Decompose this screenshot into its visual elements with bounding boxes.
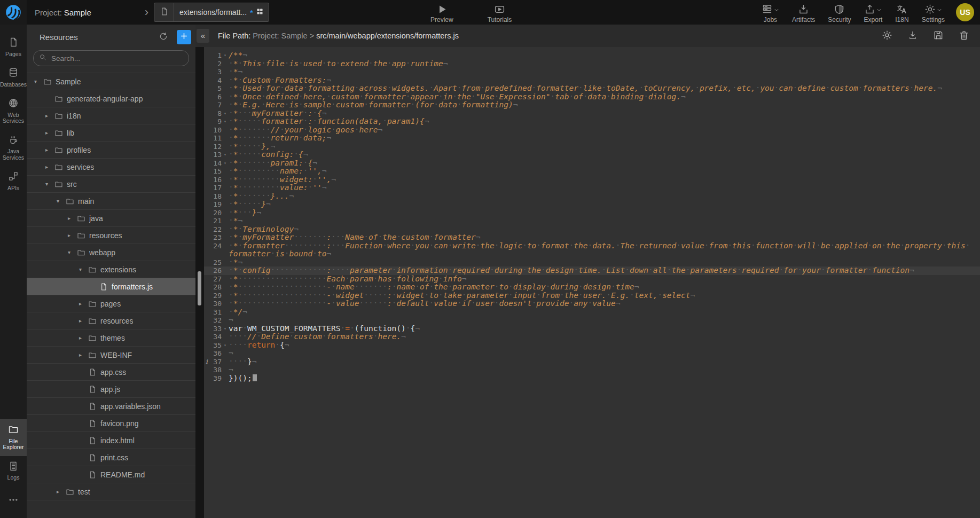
tree-expand-arrow-icon[interactable]: ▸ <box>45 113 54 119</box>
search-input[interactable] <box>50 54 183 63</box>
tree-item-extensions[interactable]: ▾extensions <box>27 261 195 278</box>
code-editor[interactable]: 1▾/**¬2 * This file is used to extend th… <box>204 47 980 518</box>
file-download-button[interactable] <box>906 29 919 43</box>
folder-icon <box>54 146 67 154</box>
topbar-action-tutorials[interactable]: Tutorials <box>488 2 512 23</box>
tree-expand-arrow-icon[interactable]: ▸ <box>79 318 88 324</box>
topbar-action-preview[interactable]: Preview <box>430 2 453 23</box>
tree-item-label: app.css <box>100 368 126 376</box>
fold-arrow-icon[interactable]: ▾ <box>222 117 229 126</box>
tree-item-index-html[interactable]: index.html <box>27 432 195 449</box>
topbar-action-settings[interactable]: Settings <box>922 2 945 23</box>
sidebar-item-logs[interactable]: Logs <box>0 456 27 486</box>
tree-item-pages[interactable]: ▸pages <box>27 295 195 312</box>
app-logo[interactable] <box>0 0 27 25</box>
refresh-button[interactable] <box>158 30 169 44</box>
sidebar-item-apis[interactable]: APIs <box>0 166 27 197</box>
top-bar: Project:Sample › extensions/formatt... *… <box>0 0 980 25</box>
tree-expand-arrow-icon[interactable]: ▸ <box>68 215 77 221</box>
line-number: 8 <box>209 109 222 118</box>
fold-arrow-icon[interactable]: ▾ <box>222 341 229 350</box>
tree-item-app-js[interactable]: app.js <box>27 381 195 398</box>
file-settings-button[interactable] <box>881 29 893 43</box>
tree-item-app-css[interactable]: app.css <box>27 364 195 381</box>
sidebar-item-file-explorer[interactable]: File Explorer <box>0 419 27 456</box>
topbar-action-jobs[interactable]: Jobs <box>762 2 779 23</box>
tutorials-icon <box>494 2 505 15</box>
open-file-tab-label: extensions/formatt... <box>174 8 250 17</box>
tree-item-label: main <box>78 197 94 206</box>
tree-collapse-arrow-icon[interactable]: ▾ <box>45 181 54 187</box>
tree-item-resources[interactable]: ▸resources <box>27 227 195 244</box>
tree-scrollbar-thumb[interactable] <box>198 271 201 305</box>
sidebar-item-databases[interactable]: Databases <box>0 62 27 93</box>
sidebar-item-java-services[interactable]: Java Services <box>0 130 27 167</box>
tree-expand-arrow-icon[interactable]: ▸ <box>45 130 54 136</box>
fold-arrow-icon[interactable]: ▾ <box>222 159 229 168</box>
tree-item-app-variables-json[interactable]: app.variables.json <box>27 398 195 415</box>
file-save-button[interactable] <box>932 29 945 43</box>
gutter: 29 <box>204 292 229 300</box>
code-text: * }...¬ <box>229 192 980 201</box>
tree-item-sample[interactable]: ▾Sample <box>27 73 195 90</box>
newline-mark: ¬ <box>238 67 242 76</box>
tree-item-formatters-js[interactable]: formatters.js <box>27 278 195 295</box>
tree-item-generated-angular-app[interactable]: generated-angular-app <box>27 90 195 107</box>
tree-expand-arrow-icon[interactable]: ▸ <box>68 232 77 238</box>
tree-item-test[interactable]: ▸test <box>27 483 195 500</box>
code-text: * E.g. Here is sample custom formatter (… <box>229 101 980 109</box>
add-resource-button[interactable] <box>177 30 191 44</box>
collapse-panel-button[interactable]: « <box>197 29 209 43</box>
tree-expand-arrow-icon[interactable]: ▸ <box>45 164 54 170</box>
tree-expand-arrow-icon[interactable]: ▸ <box>79 335 88 341</box>
tree-item-lib[interactable]: ▸lib <box>27 124 195 142</box>
gutter: 19 <box>204 200 229 209</box>
tree-expand-arrow-icon[interactable]: ▸ <box>45 147 54 153</box>
tree-item-resources[interactable]: ▸resources <box>27 312 195 329</box>
tree-item-i18n[interactable]: ▸i18n <box>27 107 195 124</box>
fold-arrow-icon[interactable]: ▾ <box>222 51 229 60</box>
topbar-action-security[interactable]: Security <box>828 2 851 23</box>
tree-item-src[interactable]: ▾src <box>27 176 195 193</box>
user-avatar[interactable]: US <box>956 3 974 21</box>
sidebar-item-label: Logs <box>7 475 20 481</box>
tree-expand-arrow-icon[interactable]: ▸ <box>79 352 88 358</box>
sidebar-more-button[interactable] <box>0 490 27 512</box>
topbar-action-artifacts[interactable]: Artifacts <box>792 2 815 23</box>
gutter-marker <box>204 233 209 242</box>
tree-item-web-inf[interactable]: ▸WEB-INF <box>27 347 195 364</box>
tree-item-label: README.md <box>100 470 145 479</box>
gutter-marker <box>204 176 209 184</box>
tree-item-readme-md[interactable]: README.md <box>27 466 195 483</box>
tree-collapse-arrow-icon[interactable]: ▾ <box>57 198 66 204</box>
newline-mark: ¬ <box>322 183 327 192</box>
tree-item-print-css[interactable]: print.css <box>27 449 195 466</box>
folder-icon <box>88 334 100 342</box>
open-file-tab[interactable]: extensions/formatt... * <box>154 3 269 22</box>
fold-arrow-icon[interactable]: ▾ <box>222 109 229 118</box>
tree-item-profiles[interactable]: ▸profiles <box>27 142 195 159</box>
fold-arrow-icon[interactable]: ▾ <box>222 325 229 333</box>
tree-collapse-arrow-icon[interactable]: ▾ <box>79 266 88 272</box>
i18n-label: I18N <box>895 16 908 23</box>
tree-item-java[interactable]: ▸java <box>27 210 195 227</box>
tree-collapse-arrow-icon[interactable]: ▾ <box>68 249 77 255</box>
tree-item-services[interactable]: ▸services <box>27 159 195 176</box>
tree-item-favicon-png[interactable]: favicon.png <box>27 415 195 432</box>
tree-item-themes[interactable]: ▸themes <box>27 329 195 347</box>
topbar-action-i18n[interactable]: I18N <box>895 2 908 23</box>
layout-grid-icon[interactable] <box>256 7 264 18</box>
file-delete-button[interactable] <box>958 29 970 43</box>
line-number: 28 <box>209 283 222 292</box>
sidebar-item-web-services[interactable]: Web Services <box>0 93 27 130</box>
tree-expand-arrow-icon[interactable]: ▸ <box>79 301 88 307</box>
fold-arrow-icon[interactable]: ▾ <box>222 151 229 159</box>
tree-item-main[interactable]: ▾main <box>27 193 195 210</box>
tree-collapse-arrow-icon[interactable]: ▾ <box>34 79 43 84</box>
sidebar-item-pages[interactable]: Pages <box>0 32 27 62</box>
sidebar-item-label: Databases <box>0 82 27 88</box>
tree-expand-arrow-icon[interactable]: ▸ <box>57 489 66 495</box>
tree-item-webapp[interactable]: ▾webapp <box>27 244 195 261</box>
code-text: * config : parameter information require… <box>229 266 980 275</box>
topbar-action-export[interactable]: Export <box>864 2 883 23</box>
